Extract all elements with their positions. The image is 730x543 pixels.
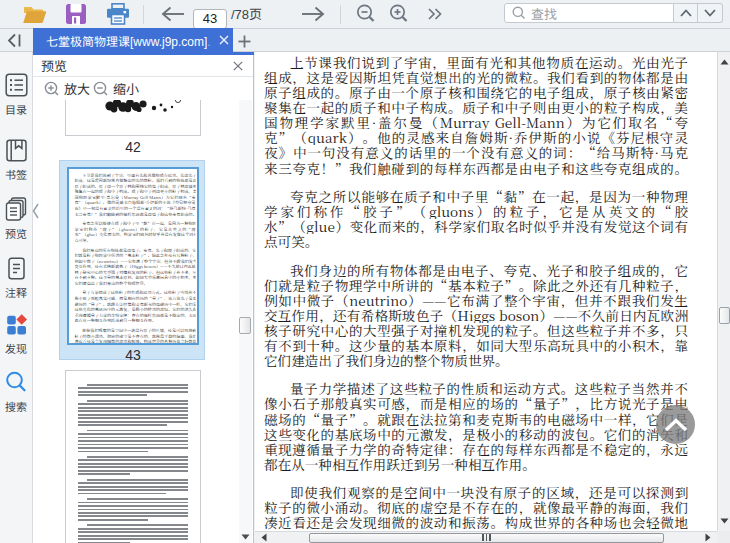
chevron-up-icon	[664, 418, 688, 432]
tab-bar: 七堂极简物理课[www.j9p.com] .	[0, 29, 730, 52]
paragraph: 量子力学描述了这些粒子的性质和运动方式。这些粒子当然并不像小石子那般真实可感，而…	[264, 381, 688, 471]
sidebar-item-bookmarks[interactable]: 书签	[0, 138, 32, 182]
page-43-thumbnail-text: 上节课我们说到了宇宙，里面有光和其他物质在运动。光由光子组成，这是爱因斯坦凭直觉…	[69, 169, 199, 345]
document-tab[interactable]: 七堂极简物理课[www.j9p.com] .	[33, 28, 233, 52]
vertical-scrollbar[interactable]	[717, 52, 730, 531]
collapse-sidebar-button[interactable]	[6, 31, 28, 50]
page-44-thumbnail-text	[78, 384, 188, 543]
printer-icon	[106, 3, 130, 25]
sidebar-item-search[interactable]: 搜索	[0, 369, 32, 414]
document-view: 上节课我们说到了宇宙，里面有光和其他物质在运动。光由光子组成，这是爱因斯坦凭直觉…	[255, 52, 730, 543]
preview-icon	[3, 196, 29, 222]
text-line: 我们身边的所有物体都是由电子、夸克、光子和胶子组成的，它	[264, 263, 688, 278]
panel-scrollbar-thumb[interactable]	[239, 317, 251, 334]
print-button[interactable]	[104, 0, 132, 28]
previous-page-button[interactable]	[160, 0, 186, 28]
chevron-double-right-icon	[427, 8, 443, 20]
sidebar-item-contents[interactable]: 目录	[0, 72, 32, 117]
annotations-icon	[4, 256, 29, 281]
preview-panel: 预览 放大 缩小	[33, 52, 254, 543]
text-line: 核子研究中心的大型强子对撞机发现的粒子。但这些粒子并不多，只	[264, 323, 688, 338]
paragraph: 即使我们观察的是空间中一块没有原子的区域，还是可以探测到粒子的微小涌动。彻底的虚…	[264, 485, 688, 530]
thumbnail-page-number: 42	[60, 139, 206, 155]
thumbnail-page-42[interactable]	[65, 100, 201, 136]
close-icon	[219, 35, 229, 45]
new-tab-button[interactable]	[238, 31, 258, 51]
zoom-out-icon	[355, 3, 377, 25]
paragraph: 上节课我们说到了宇宙，里面有光和其他物质在运动。光由光子组成，这是爱因斯坦凭直觉…	[264, 55, 688, 176]
zoom-in-button[interactable]	[386, 0, 412, 28]
text-line: 即使我们观察的是空间中一块没有原子的区域，还是可以探测到	[264, 485, 688, 500]
text-line: 国物理学家默里·盖尔曼（Murray Gell-Mann）为它们取名“夸	[264, 115, 688, 130]
open-file-button[interactable]	[20, 0, 48, 28]
thumbnail-zoom-in-button[interactable]: 放大	[44, 77, 90, 100]
thumbnail-zoom-out-button[interactable]: 缩小	[93, 77, 139, 100]
text-line: 点可笑。	[264, 234, 688, 249]
text-line: 有不到十种。这少量的基本原料，如同大型乐高玩具中的小积木，靠	[264, 338, 688, 353]
arrow-right-icon	[301, 6, 325, 22]
back-to-top-button[interactable]	[656, 405, 695, 444]
page-43-text: 上节课我们说到了宇宙，里面有光和其他物质在运动。光由光子组成，这是爱因斯坦凭直觉…	[264, 55, 688, 531]
paragraph: 夸克之所以能够在质子和中子里“黏”在一起，是因为一种物理学家们称作“胶子”（gl…	[264, 189, 688, 249]
sidebar-item-label: 书签	[5, 166, 27, 182]
panel-scroll-down-icon[interactable]	[241, 534, 250, 540]
save-floppy-icon	[65, 3, 87, 25]
sidebar-item-label: 预览	[5, 225, 27, 241]
page-42-figure	[66, 100, 200, 123]
discover-icon	[4, 312, 29, 337]
panel-scrollbar[interactable]	[239, 100, 252, 543]
scroll-left-button[interactable]	[256, 532, 272, 543]
zoom-out-button[interactable]	[353, 0, 379, 28]
text-line: 凑近看还是会发现细微的波动和振荡。构成世界的各种场也会轻微地	[264, 515, 688, 530]
text-line: 原子组成的。原子由一个原子核和围绕它的电子组成，原子核由紧密	[264, 85, 688, 100]
text-line: 夜》中一句没有意义的话里的一个没有意义的词：“给马斯特·马克	[264, 145, 688, 160]
find-next-button[interactable]	[698, 3, 723, 23]
open-folder-icon	[22, 4, 47, 25]
scroll-up-button[interactable]	[718, 54, 730, 70]
document-tab-title-ellipsis: .	[207, 32, 215, 49]
page-number-input[interactable]	[193, 9, 227, 29]
text-line: 它们建造出了我们身边的整个物质世界。	[74, 280, 195, 286]
paragraph: 夸克之所以能够在质子和中子里“黏”在一起，是因为一种物理学家们称作“胶子”（gl…	[74, 221, 195, 243]
search-input[interactable]	[531, 4, 661, 23]
more-tools-button[interactable]	[424, 0, 446, 28]
thumbnail-zoom-in-label: 放大	[64, 79, 90, 98]
arrow-left-icon	[161, 6, 185, 22]
scroll-right-button[interactable]	[700, 532, 716, 543]
text-line: 量子力学描述了这些粒子的性质和运动方式。这些粒子当然并不	[264, 381, 688, 396]
text-line: 磁场的“量子”。就跟在法拉第和麦克斯韦的电磁场中一样，它们是	[264, 412, 688, 427]
vertical-scrollbar-thumb[interactable]	[719, 307, 730, 324]
text-line: 上节课我们说到了宇宙，里面有光和其他物质在运动。光由光子	[264, 55, 688, 70]
text-line: 交互作用，还有希格斯玻色子（Higgs boson）——不久前日内瓦欧洲	[264, 308, 688, 323]
horizontal-scrollbar[interactable]	[255, 531, 717, 543]
text-line: 点可笑。	[74, 237, 195, 243]
text-line: 夸克之所以能够在质子和中子里“黏”在一起，是因为一种物理	[264, 189, 688, 204]
triangle-down-icon	[720, 518, 729, 524]
sidebar-item-discover[interactable]: 发现	[0, 312, 32, 356]
find-previous-button[interactable]	[674, 3, 698, 23]
text-line: 都在从一种相互作用跃迁到另一种相互作用。	[74, 318, 195, 324]
thumbnail-page-43[interactable]: 上节课我们说到了宇宙，里面有光和其他物质在运动。光由光子组成，这是爱因斯坦凭直觉…	[67, 167, 199, 345]
zoom-in-icon	[388, 3, 410, 25]
preview-panel-close-button[interactable]	[233, 59, 247, 73]
next-page-button[interactable]	[300, 0, 326, 28]
horizontal-scrollbar-thumb[interactable]	[309, 533, 664, 543]
preview-panel-title: 预览	[41, 55, 67, 77]
chevron-up-icon	[680, 9, 692, 17]
save-button[interactable]	[62, 0, 90, 28]
thumbnail-page-44[interactable]	[65, 370, 201, 543]
search-box	[504, 3, 674, 23]
scrollbar-corner	[717, 531, 730, 543]
sidebar-item-label: 注释	[5, 284, 27, 300]
sidebar-item-preview[interactable]: 预览	[0, 196, 32, 241]
text-line: 水”（glue）变化而来的，科学家们取名时似乎并没有发觉这个词有	[264, 219, 688, 234]
text-line: 粒子的微小涌动。彻底的虚空是不存在的，就像最平静的海面，我们	[264, 500, 688, 515]
pdf-page[interactable]: 上节课我们说到了宇宙，里面有光和其他物质在运动。光由光子组成，这是爱因斯坦凭直觉…	[255, 52, 717, 531]
scroll-down-button[interactable]	[718, 513, 730, 529]
zoom-in-circle-icon	[44, 81, 60, 97]
text-line: 例如中微子（neutrino）——它布满了整个宇宙，但并不跟我们发生	[264, 293, 688, 308]
sidebar-item-annotations[interactable]: 注释	[0, 256, 32, 300]
tab-close-button[interactable]	[219, 35, 229, 45]
preview-zoom-toolbar: 放大 缩小	[33, 77, 253, 100]
paragraph: 量子力学描述了这些粒子的性质和运动方式。这些粒子当然并不像小石子那般真实可感，而…	[74, 290, 195, 323]
